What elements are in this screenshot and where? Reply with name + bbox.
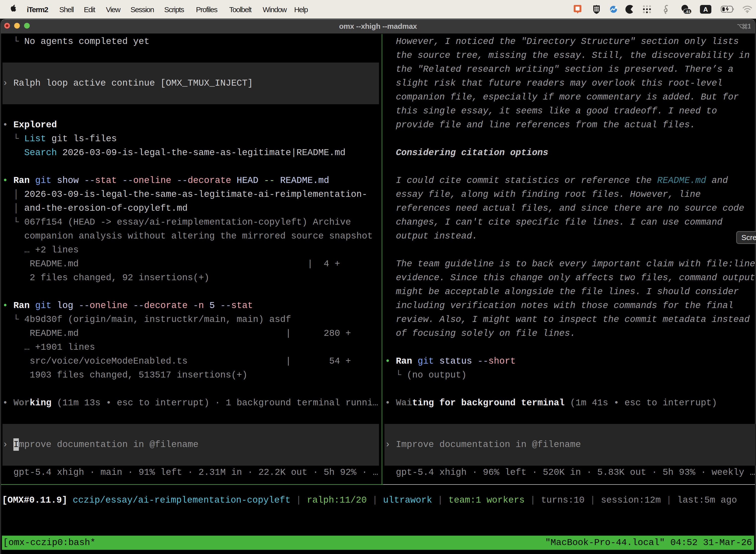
svg-text:1: 1 [748, 22, 751, 30]
svg-text:..61: ..61 [684, 9, 691, 14]
svg-text:A: A [703, 6, 708, 13]
